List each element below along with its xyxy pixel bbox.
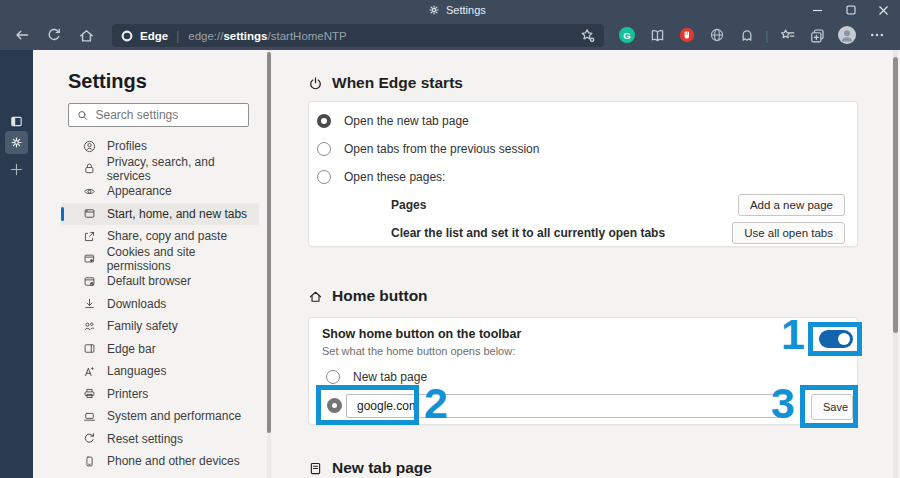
radio-open-previous-session[interactable]: Open tabs from the previous session	[309, 135, 539, 163]
clear-list-row: Clear the list and set it to all current…	[309, 222, 857, 245]
sidebar-item-label: Cookies and site permissions	[107, 245, 259, 273]
cookies-icon	[83, 252, 96, 265]
pages-label: Pages	[391, 198, 426, 212]
radio-custom-url[interactable]	[327, 398, 342, 413]
sidebar-item-start-home-new-tabs[interactable]: Start, home, and new tabs	[61, 203, 259, 226]
home-icon	[78, 27, 95, 44]
show-home-button-toggle[interactable]	[819, 330, 853, 348]
radio-open-these-pages[interactable]: Open these pages:	[309, 163, 445, 191]
back-button[interactable]	[10, 23, 34, 47]
sidebar-item-label: Privacy, search, and services	[107, 155, 259, 183]
sidebar-scrollbar-thumb[interactable]	[267, 52, 271, 433]
sidebar-item-label: Start, home, and new tabs	[107, 207, 247, 221]
sidebar-item-privacy[interactable]: Privacy, search, and services	[61, 158, 259, 181]
globe-icon	[709, 27, 725, 43]
active-tab[interactable]: Settings	[428, 0, 486, 20]
avatar-icon	[838, 26, 856, 44]
reset-settings-icon	[83, 432, 96, 445]
settings-content: When Edge starts Open the new tab page O…	[277, 50, 900, 478]
sidebar-item-appearance[interactable]: Appearance	[61, 180, 259, 203]
sidebar-item-system-performance[interactable]: System and performance	[61, 405, 259, 428]
profiles-icon	[83, 140, 96, 153]
sidebar-item-reset-settings[interactable]: Reset settings	[61, 428, 259, 451]
family-safety-icon	[83, 320, 96, 333]
sidebar-item-edge-bar[interactable]: Edge bar	[61, 338, 259, 361]
reading-list-extension-button[interactable]	[642, 23, 672, 47]
favorite-star-gear-icon[interactable]	[579, 27, 596, 44]
page-scrollbar-thumb[interactable]	[893, 57, 898, 333]
url-separator: |	[176, 29, 179, 43]
radio-unselected-icon[interactable]	[326, 370, 340, 384]
sidebar-item-cookies[interactable]: Cookies and site permissions	[61, 248, 259, 271]
sidebar-item-label: Printers	[107, 387, 148, 401]
more-menu-button[interactable]	[862, 23, 892, 47]
address-bar: Edge | edge://settings/startHomeNTP G	[0, 20, 900, 50]
radio-selected-icon[interactable]	[317, 114, 331, 128]
refresh-button[interactable]	[42, 23, 66, 47]
tab-title: Settings	[446, 4, 486, 16]
refresh-icon	[46, 27, 62, 43]
settings-sidebar: Settings Profiles Privacy, search, and s…	[33, 50, 277, 478]
grammarly-extension-button[interactable]: G	[612, 23, 642, 47]
sidebar-item-default-browser[interactable]: Default browser	[61, 270, 259, 293]
minimize-button[interactable]	[801, 0, 834, 20]
default-browser-icon	[83, 275, 96, 288]
close-icon	[878, 5, 889, 16]
maximize-icon	[846, 5, 856, 15]
sidebar-item-label: Appearance	[107, 184, 172, 198]
radio-open-new-tab-page[interactable]: Open the new tab page	[309, 107, 469, 135]
sidebar-heading: Settings	[68, 70, 147, 93]
minimize-icon	[812, 5, 823, 16]
url-field[interactable]: Edge | edge://settings/startHomeNTP	[112, 24, 604, 47]
use-all-open-tabs-button[interactable]: Use all open tabs	[732, 222, 845, 244]
search-settings-box[interactable]	[68, 103, 249, 127]
radio-new-tab-page[interactable]: New tab page	[318, 363, 427, 391]
sidebar-item-label: Family safety	[107, 319, 178, 333]
favorites-hub-button[interactable]	[772, 23, 802, 47]
back-icon	[14, 27, 30, 43]
favorites-star-lines-icon	[779, 27, 796, 44]
collections-icon	[809, 27, 826, 44]
title-bar: Settings	[0, 0, 900, 20]
radio-unselected-icon[interactable]	[317, 170, 331, 184]
ghost-icon	[739, 27, 755, 43]
globe-extension-button[interactable]	[702, 23, 732, 47]
add-new-page-button[interactable]: Add a new page	[738, 194, 845, 216]
content-blocker-extension-button[interactable]	[672, 23, 702, 47]
close-button[interactable]	[867, 0, 900, 20]
search-icon	[77, 109, 89, 122]
home-button-toolbar[interactable]	[74, 23, 98, 47]
sidebar-item-label: Default browser	[107, 274, 191, 288]
save-button[interactable]: Save	[811, 394, 853, 420]
home-icon	[308, 289, 323, 304]
home-button-header: Home button	[308, 284, 428, 308]
settings-gear-icon	[10, 136, 23, 149]
new-tab-button[interactable]	[5, 158, 28, 181]
settings-tab-strip-button[interactable]	[5, 131, 28, 154]
sidebar-item-languages[interactable]: Languages	[61, 360, 259, 383]
when-edge-starts-header: When Edge starts	[308, 71, 463, 95]
sidebar-item-downloads[interactable]: Downloads	[61, 293, 259, 316]
svg-text:G: G	[623, 30, 630, 41]
profile-button[interactable]	[832, 23, 862, 47]
maximize-button[interactable]	[834, 0, 867, 20]
sidebar-item-label: Phone and other devices	[107, 454, 240, 468]
sidebar-item-label: Edge bar	[107, 342, 156, 356]
home-page-url-input[interactable]	[346, 394, 789, 418]
stop-hand-icon	[679, 27, 695, 43]
search-settings-input[interactable]	[96, 108, 240, 122]
vertical-tabs-button[interactable]	[5, 110, 28, 133]
when-edge-starts-card: Open the new tab page Open tabs from the…	[308, 101, 858, 247]
url-text: edge://settings/startHomeNTP	[188, 30, 579, 42]
sidebar-item-label: Languages	[107, 364, 166, 378]
sidebar-item-label: Share, copy and paste	[107, 229, 227, 243]
downloads-icon	[83, 297, 96, 310]
vertical-tabs-icon	[9, 114, 24, 129]
browser-window: Settings Edge | edge://s	[0, 0, 900, 478]
sidebar-item-phone-devices[interactable]: Phone and other devices	[61, 450, 259, 473]
sidebar-item-family-safety[interactable]: Family safety	[61, 315, 259, 338]
sidebar-item-printers[interactable]: Printers	[61, 383, 259, 406]
collections-button[interactable]	[802, 23, 832, 47]
radio-unselected-icon[interactable]	[317, 142, 331, 156]
ghostery-extension-button[interactable]	[732, 23, 762, 47]
